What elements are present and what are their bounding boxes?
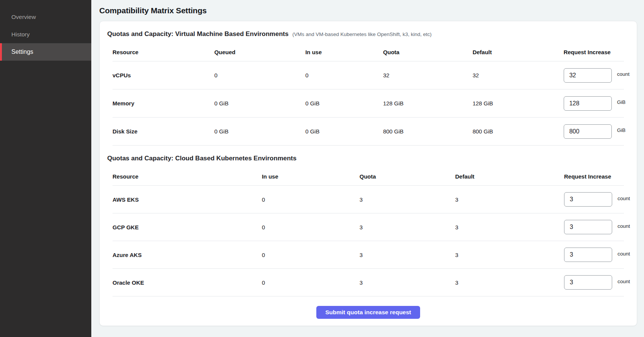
sidebar-item-settings[interactable]: Settings — [0, 43, 91, 61]
unit-label: count — [617, 279, 630, 284]
page-title: Compatibility Matrix Settings — [99, 6, 637, 15]
vm-quota-table: Resource Queued In use Quota Default Req… — [107, 43, 629, 146]
column-header-request-increase: Request Increase — [564, 173, 624, 180]
section-title: Quotas and Capacity: Virtual Machine Bas… — [107, 30, 289, 38]
column-header-request-increase: Request Increase — [564, 49, 624, 55]
request-increase-input[interactable] — [564, 96, 612, 111]
column-header-default: Default — [455, 173, 564, 180]
cell-quota: 3 — [360, 224, 455, 230]
active-indicator-bar — [0, 43, 2, 61]
cell-resource: vCPUs — [113, 72, 214, 78]
sidebar-item-label: Overview — [11, 14, 36, 20]
cell-in-use: 0 GiB — [305, 128, 383, 135]
request-increase-input[interactable] — [564, 275, 612, 290]
submit-quota-increase-button[interactable]: Submit quota increase request — [316, 306, 420, 319]
unit-label: GiB — [617, 127, 626, 133]
cell-default: 3 — [455, 224, 564, 230]
submit-row: Submit quota increase request — [107, 296, 629, 319]
settings-card: Quotas and Capacity: Virtual Machine Bas… — [99, 21, 637, 326]
sidebar-item-history[interactable]: History — [0, 26, 91, 43]
cell-default: 128 GiB — [472, 100, 563, 107]
section-title: Quotas and Capacity: Cloud Based Kuberne… — [107, 155, 297, 162]
cell-default: 32 — [472, 72, 563, 78]
cloud-quota-table: Resource In use Quota Default Request In… — [107, 168, 629, 296]
table-header-row: Resource Queued In use Quota Default Req… — [113, 43, 624, 61]
cell-resource: Oracle OKE — [113, 279, 262, 286]
cell-quota: 800 GiB — [383, 128, 472, 135]
cell-quota: 3 — [360, 252, 455, 258]
cell-quota: 32 — [383, 72, 472, 78]
section-cloud-kubernetes: Quotas and Capacity: Cloud Based Kuberne… — [107, 155, 629, 296]
cell-in-use: 0 — [262, 196, 360, 203]
request-increase-cell: count — [564, 192, 630, 207]
table-row-memory: Memory 0 GiB 0 GiB 128 GiB 128 GiB GiB — [113, 89, 624, 118]
table-header-row: Resource In use Quota Default Request In… — [113, 168, 624, 186]
request-increase-cell: count — [564, 248, 630, 262]
section-header: Quotas and Capacity: Virtual Machine Bas… — [107, 30, 629, 43]
section-vm-environments: Quotas and Capacity: Virtual Machine Bas… — [107, 30, 629, 146]
request-increase-input[interactable] — [564, 220, 612, 234]
cell-resource: GCP GKE — [113, 224, 262, 230]
cell-in-use: 0 — [262, 252, 360, 258]
unit-label: count — [617, 251, 630, 257]
request-increase-cell: count — [564, 68, 630, 83]
request-increase-input[interactable] — [564, 124, 612, 139]
cell-quota: 128 GiB — [383, 100, 472, 107]
request-increase-input[interactable] — [564, 68, 612, 83]
table-row-gcp-gke: GCP GKE 0 3 3 count — [113, 213, 624, 241]
table-row-disk-size: Disk Size 0 GiB 0 GiB 800 GiB 800 GiB Gi… — [113, 118, 624, 146]
cell-in-use: 0 — [262, 224, 360, 230]
sidebar-item-label: History — [11, 31, 30, 38]
column-header-resource: Resource — [113, 173, 262, 180]
cell-default: 3 — [455, 279, 564, 286]
cell-resource: Azure AKS — [113, 252, 262, 258]
column-header-in-use: In use — [262, 173, 360, 180]
cell-in-use: 0 — [262, 279, 360, 286]
cell-quota: 3 — [360, 196, 455, 203]
request-increase-input[interactable] — [564, 192, 612, 207]
cell-quota: 3 — [360, 279, 455, 286]
request-increase-cell: GiB — [564, 124, 626, 139]
unit-label: count — [617, 71, 630, 77]
table-row-azure-aks: Azure AKS 0 3 3 count — [113, 241, 624, 269]
column-header-resource: Resource — [113, 49, 214, 55]
cell-default: 3 — [455, 252, 564, 258]
column-header-queued: Queued — [214, 49, 305, 55]
cell-resource: Memory — [113, 100, 214, 107]
request-increase-cell: count — [564, 220, 630, 234]
sidebar-item-label: Settings — [11, 49, 33, 55]
table-row-vcpus: vCPUs 0 0 32 32 count — [113, 61, 624, 89]
column-header-quota: Quota — [360, 173, 455, 180]
cell-queued: 0 GiB — [214, 100, 305, 107]
column-header-quota: Quota — [383, 49, 472, 55]
request-increase-input[interactable] — [564, 248, 612, 262]
unit-label: count — [617, 223, 630, 229]
cell-in-use: 0 — [305, 72, 383, 78]
cell-in-use: 0 GiB — [305, 100, 383, 107]
table-row-aws-eks: AWS EKS 0 3 3 count — [113, 186, 624, 213]
request-increase-cell: count — [564, 275, 630, 290]
cell-queued: 0 GiB — [214, 128, 305, 135]
cell-queued: 0 — [214, 72, 305, 78]
app-window: Overview History Settings Compatibility … — [0, 0, 644, 337]
sidebar-item-overview[interactable]: Overview — [0, 8, 91, 26]
cell-resource: Disk Size — [113, 128, 214, 135]
section-note: (VMs and VM-based Kubernetes like OpenSh… — [292, 31, 432, 37]
cell-default: 800 GiB — [472, 128, 563, 135]
sidebar: Overview History Settings — [0, 0, 91, 337]
unit-label: count — [617, 196, 630, 201]
cell-resource: AWS EKS — [113, 196, 262, 203]
section-header: Quotas and Capacity: Cloud Based Kuberne… — [107, 155, 629, 168]
request-increase-cell: GiB — [564, 96, 626, 111]
cell-default: 3 — [455, 196, 564, 203]
column-header-default: Default — [472, 49, 563, 55]
unit-label: GiB — [617, 99, 626, 105]
column-header-in-use: In use — [305, 49, 383, 55]
main-content: Compatibility Matrix Settings Quotas and… — [91, 0, 644, 337]
table-row-oracle-oke: Oracle OKE 0 3 3 count — [113, 269, 624, 296]
